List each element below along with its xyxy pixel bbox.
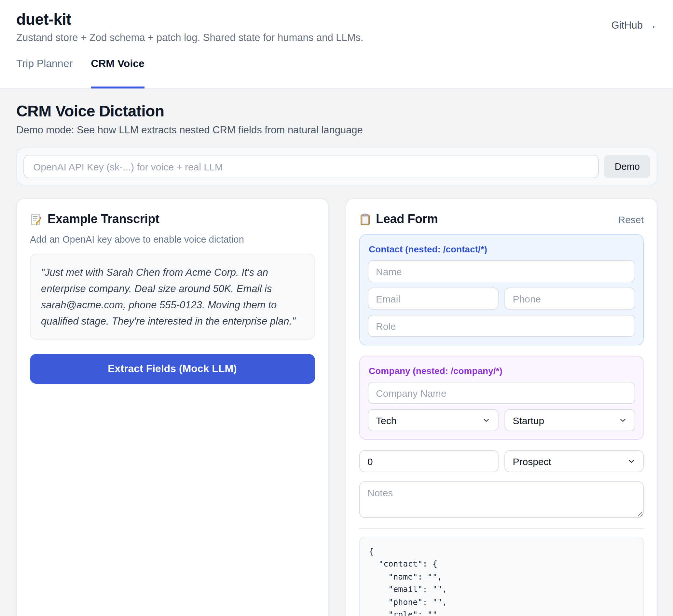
transcript-card-title: Example Transcript: [47, 212, 159, 226]
transcript-text: "Just met with Sarah Chen from Acme Corp…: [30, 254, 315, 340]
contact-section-label: Contact (nested: /contact/*): [369, 244, 635, 254]
app-subtitle: Zustand store + Zod schema + patch log. …: [16, 32, 364, 44]
api-key-input[interactable]: [23, 155, 599, 178]
tab-bar: Trip Planner CRM Voice: [16, 58, 657, 88]
github-link-label: GitHub: [612, 19, 643, 31]
company-name-input[interactable]: [368, 382, 635, 404]
reset-button[interactable]: Reset: [618, 214, 644, 225]
industry-select[interactable]: Tech: [368, 409, 498, 431]
memo-icon: [30, 213, 42, 225]
json-state-preview: { "contact": { "name": "", "email": "", …: [359, 537, 644, 616]
stage-select[interactable]: Prospect: [504, 450, 644, 472]
page-title: CRM Voice Dictation: [16, 102, 657, 120]
demo-button[interactable]: Demo: [604, 155, 650, 178]
company-section: Company (nested: /company/*) Tech Startu…: [359, 356, 644, 440]
value-stage-row: Prospect: [359, 450, 644, 472]
contact-name-input[interactable]: [368, 260, 635, 282]
contact-section: Contact (nested: /contact/*): [359, 234, 644, 345]
extract-fields-button[interactable]: Extract Fields (Mock LLM): [30, 354, 315, 384]
voice-dictation-hint: Add an OpenAI key above to enable voice …: [30, 234, 315, 245]
api-key-bar: Demo: [16, 147, 657, 186]
stage-select-value: Prospect: [513, 455, 551, 467]
arrow-right-icon: →: [647, 19, 657, 31]
chevron-down-icon: [482, 416, 490, 424]
contact-phone-input[interactable]: [504, 288, 636, 310]
lead-form-card-title: Lead Form: [376, 212, 438, 226]
page-subtitle: Demo mode: See how LLM extracts nested C…: [16, 124, 657, 136]
company-size-select[interactable]: Startup: [504, 409, 636, 431]
transcript-card: Example Transcript Add an OpenAI key abo…: [16, 199, 328, 616]
clipboard-icon: [359, 213, 371, 225]
chevron-down-icon: [619, 416, 627, 424]
app-title: duet-kit: [16, 10, 364, 29]
lead-form-card: Lead Form Reset Contact (nested: /contac…: [345, 199, 657, 616]
app-header: duet-kit Zustand store + Zod schema + pa…: [0, 0, 673, 89]
cards-row: Example Transcript Add an OpenAI key abo…: [16, 199, 657, 616]
tab-crm-voice[interactable]: CRM Voice: [91, 58, 145, 88]
company-section-label: Company (nested: /company/*): [369, 366, 635, 376]
app-viewport: duet-kit Zustand store + Zod schema + pa…: [0, 0, 673, 616]
industry-select-value: Tech: [376, 415, 396, 426]
notes-textarea[interactable]: [359, 481, 644, 518]
github-link[interactable]: GitHub →: [612, 19, 657, 31]
main-content: CRM Voice Dictation Demo mode: See how L…: [0, 89, 673, 616]
divider: [359, 528, 644, 529]
company-size-select-value: Startup: [513, 415, 544, 426]
contact-role-input[interactable]: [368, 315, 635, 337]
deal-value-input[interactable]: [359, 450, 498, 472]
contact-email-input[interactable]: [368, 288, 498, 310]
tab-trip-planner[interactable]: Trip Planner: [16, 58, 72, 88]
header-titles: duet-kit Zustand store + Zod schema + pa…: [16, 10, 364, 44]
chevron-down-icon: [628, 457, 635, 465]
